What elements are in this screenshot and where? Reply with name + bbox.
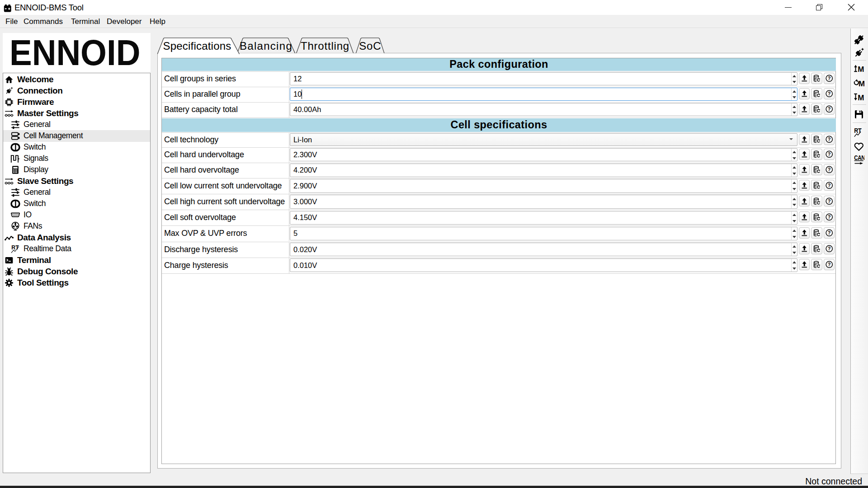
svg-text:?: ? <box>828 167 830 172</box>
svg-text:?: ? <box>828 246 830 251</box>
svg-text:CAN: CAN <box>854 154 864 161</box>
svg-text:?: ? <box>828 137 830 142</box>
svg-text:?: ? <box>828 183 830 188</box>
svg-text:?: ? <box>828 230 830 235</box>
svg-text:?: ? <box>828 152 830 157</box>
svg-text:?: ? <box>828 91 830 96</box>
svg-text:?: ? <box>828 199 830 204</box>
svg-text:M: M <box>859 80 864 88</box>
svg-text:?: ? <box>828 215 830 220</box>
svg-text:?: ? <box>828 262 830 267</box>
svg-text:?: ? <box>828 107 830 112</box>
svg-text:M: M <box>858 65 864 74</box>
svg-text:M: M <box>858 94 864 102</box>
svg-text:RT: RT <box>854 127 862 134</box>
svg-text:?: ? <box>828 76 830 81</box>
